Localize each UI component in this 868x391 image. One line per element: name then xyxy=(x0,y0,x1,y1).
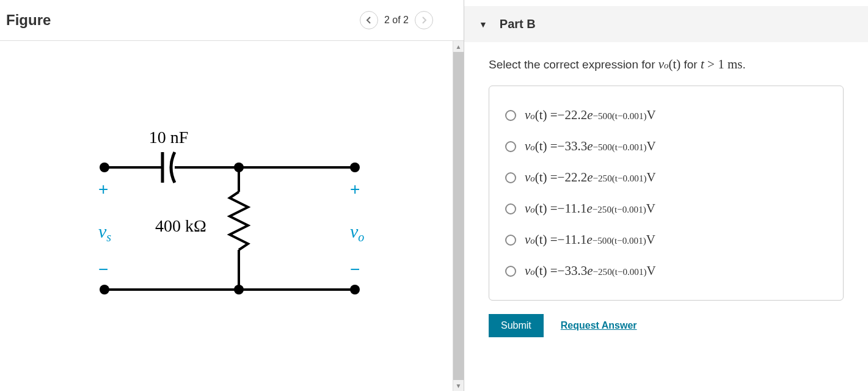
vo-plus: + xyxy=(350,180,360,199)
resistor-label: 400 kΩ xyxy=(155,216,206,235)
next-figure-button[interactable] xyxy=(415,11,433,29)
option-6[interactable]: vo(t) = −33.3e−250(t−0.001) V xyxy=(505,255,827,287)
option-3[interactable]: vo(t) = −22.2e−250(t−0.001) V xyxy=(505,162,827,193)
prompt-var-sub: o xyxy=(664,60,668,71)
part-header[interactable]: ▼ Part B xyxy=(464,6,868,42)
option-6-math: vo(t) = −33.3e−250(t−0.001) V xyxy=(525,263,656,279)
scroll-thumb[interactable] xyxy=(453,52,464,380)
question-panel: ▼ Part B Select the correct expression f… xyxy=(464,0,868,391)
option-1-math: vo(t) = −22.2e−500(t−0.001) V xyxy=(525,108,656,123)
figure-pager: 2 of 2 xyxy=(360,11,433,29)
vs-label: vs xyxy=(98,221,111,244)
scroll-down-icon[interactable]: ▼ xyxy=(453,380,464,391)
vo-label: vo xyxy=(350,221,364,244)
pager-text: 2 of 2 xyxy=(384,15,409,26)
figure-panel: Figure 2 of 2 xyxy=(0,0,464,391)
radio-1[interactable] xyxy=(505,110,516,121)
prompt-var: v xyxy=(658,57,664,72)
radio-4[interactable] xyxy=(505,203,516,214)
figure-header: Figure 2 of 2 xyxy=(0,0,464,41)
circuit-svg: 10 nF 400 kΩ + − vs + − vo xyxy=(56,112,398,320)
prompt-suffix: . xyxy=(742,58,745,71)
part-title: Part B xyxy=(500,17,536,31)
submit-button[interactable]: Submit xyxy=(489,314,544,337)
prompt-arg: (t) xyxy=(668,57,680,72)
scroll-up-icon[interactable]: ▲ xyxy=(453,41,464,52)
option-4-math: vo(t) = −11.1e−250(t−0.001) V xyxy=(525,201,655,216)
circuit-diagram: 10 nF 400 kΩ + − vs + − vo xyxy=(0,41,453,391)
option-5-math: vo(t) = −11.1e−500(t−0.001) V xyxy=(525,232,655,247)
option-2-math: vo(t) = −33.3e−500(t−0.001) V xyxy=(525,139,656,154)
option-4[interactable]: vo(t) = −11.1e−250(t−0.001) V xyxy=(505,193,827,224)
prev-figure-button[interactable] xyxy=(360,11,378,29)
vo-minus: − xyxy=(350,260,360,279)
question-prompt: Select the correct expression for vo (t)… xyxy=(489,57,844,72)
figure-scrollbar[interactable]: ▲ ▼ xyxy=(453,41,464,391)
caret-down-icon: ▼ xyxy=(479,20,487,29)
radio-2[interactable] xyxy=(505,141,516,152)
chevron-right-icon xyxy=(421,16,427,24)
action-row: Submit Request Answer xyxy=(489,314,844,337)
option-5[interactable]: vo(t) = −11.1e−500(t−0.001) V xyxy=(505,224,827,255)
answer-options: vo(t) = −22.2e−500(t−0.001) V vo(t) = −3… xyxy=(489,86,844,301)
radio-3[interactable] xyxy=(505,172,516,183)
capacitor-label: 10 nF xyxy=(148,128,188,147)
figure-title: Figure xyxy=(6,12,360,29)
vs-plus: + xyxy=(98,180,108,199)
radio-6[interactable] xyxy=(505,266,516,277)
figure-body: 10 nF 400 kΩ + − vs + − vo ▲ ▼ xyxy=(0,41,464,391)
vs-minus: − xyxy=(98,260,108,279)
radio-5[interactable] xyxy=(505,235,516,246)
option-1[interactable]: vo(t) = −22.2e−500(t−0.001) V xyxy=(505,100,827,131)
prompt-prefix: Select the correct expression for xyxy=(489,58,658,71)
chevron-left-icon xyxy=(366,16,372,24)
part-body: Select the correct expression for vo (t)… xyxy=(464,42,868,352)
option-3-math: vo(t) = −22.2e−250(t−0.001) V xyxy=(525,170,656,185)
prompt-mid: for xyxy=(680,58,701,71)
option-2[interactable]: vo(t) = −33.3e−500(t−0.001) V xyxy=(505,131,827,162)
request-answer-link[interactable]: Request Answer xyxy=(561,320,637,331)
